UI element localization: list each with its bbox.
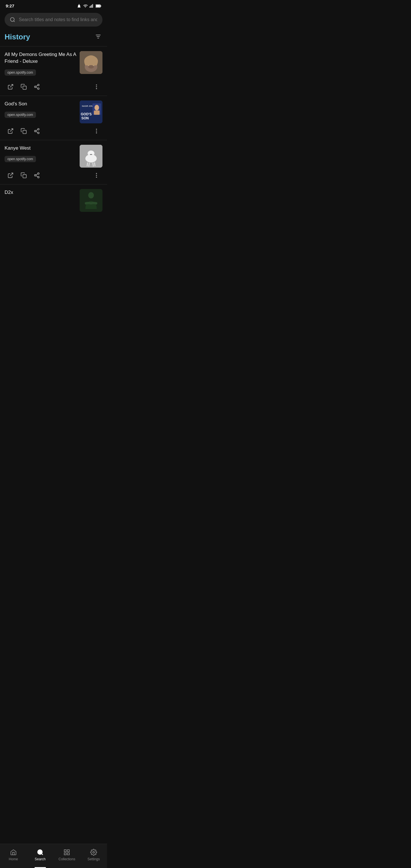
history-header: History xyxy=(0,32,107,46)
svg-rect-7 xyxy=(96,5,100,7)
svg-point-60 xyxy=(96,177,97,178)
svg-line-35 xyxy=(36,131,38,132)
item-title: All My Demons Greeting Me As A Friend - … xyxy=(5,51,76,65)
status-time: 9:27 xyxy=(6,3,14,8)
svg-line-45 xyxy=(93,163,93,166)
wifi-icon xyxy=(83,4,88,8)
list-item: God's Son open.spotify.com NASIR JONES G… xyxy=(0,96,107,140)
open-icon xyxy=(7,172,14,179)
nav-label-home: Home xyxy=(9,857,18,861)
search-icon xyxy=(10,17,15,23)
status-icons xyxy=(77,4,101,8)
svg-line-18 xyxy=(36,87,38,88)
history-title: History xyxy=(5,33,30,41)
svg-point-64 xyxy=(93,851,94,853)
svg-point-33 xyxy=(35,130,36,132)
svg-text:SON: SON xyxy=(81,116,89,120)
share-icon xyxy=(34,128,40,134)
more-icon xyxy=(93,84,100,90)
more-button[interactable] xyxy=(91,170,102,181)
notification-icon xyxy=(77,4,81,8)
sort-icon xyxy=(95,33,101,40)
nav-item-search[interactable]: Search xyxy=(27,847,54,862)
item-content: God's Son open.spotify.com NASIR JONES G… xyxy=(5,100,102,123)
more-button[interactable] xyxy=(91,126,102,136)
list-item: All My Demons Greeting Me As A Friend - … xyxy=(0,46,107,96)
home-icon xyxy=(10,848,17,856)
search-bar[interactable] xyxy=(5,13,102,27)
open-icon xyxy=(7,128,14,134)
item-content: Kanye West open.spotify.com xyxy=(5,145,102,167)
svg-point-50 xyxy=(91,154,92,155)
open-button[interactable] xyxy=(5,170,17,181)
copy-button[interactable] xyxy=(18,126,30,136)
item-title: God's Son xyxy=(5,100,76,107)
svg-point-22 xyxy=(96,88,97,89)
svg-point-20 xyxy=(96,84,97,85)
svg-line-51 xyxy=(10,173,13,176)
item-actions xyxy=(5,123,102,140)
item-thumbnail xyxy=(80,51,102,74)
svg-line-44 xyxy=(89,163,89,166)
copy-icon xyxy=(21,128,27,134)
item-actions xyxy=(5,79,102,96)
svg-point-54 xyxy=(35,175,36,176)
thumbnail-art xyxy=(80,145,102,167)
status-bar: 9:27 xyxy=(0,0,107,10)
nav-label-settings: Settings xyxy=(87,857,100,861)
open-button[interactable] xyxy=(5,82,17,92)
item-content: All My Demons Greeting Me As A Friend - … xyxy=(5,51,102,79)
thumbnail-art xyxy=(80,189,102,212)
share-button[interactable] xyxy=(31,82,43,92)
svg-point-47 xyxy=(89,152,91,154)
nav-item-collections[interactable]: Collections xyxy=(54,847,81,862)
svg-point-21 xyxy=(96,86,97,87)
search-input[interactable] xyxy=(19,17,97,22)
item-thumbnail xyxy=(80,189,102,212)
thumbnail-art xyxy=(80,51,102,74)
svg-point-59 xyxy=(96,175,97,176)
nav-item-home[interactable]: Home xyxy=(0,847,27,862)
nav-item-settings[interactable]: Settings xyxy=(80,847,107,862)
share-button[interactable] xyxy=(31,126,43,136)
item-domain: open.spotify.com xyxy=(5,69,36,76)
svg-point-42 xyxy=(88,151,94,156)
svg-line-57 xyxy=(36,174,38,175)
svg-point-63 xyxy=(38,850,42,854)
bottom-nav: Home Search Collections Settings xyxy=(0,844,107,868)
copy-icon xyxy=(21,172,27,179)
svg-point-39 xyxy=(96,132,97,133)
item-title: Kanye West xyxy=(5,145,76,152)
svg-point-15 xyxy=(38,84,39,86)
open-icon xyxy=(7,84,14,90)
item-domain: open.spotify.com xyxy=(5,156,36,162)
svg-line-13 xyxy=(10,84,13,87)
svg-point-38 xyxy=(96,130,97,132)
copy-button[interactable] xyxy=(18,82,30,92)
more-icon xyxy=(93,128,100,134)
svg-point-8 xyxy=(10,18,14,22)
svg-point-16 xyxy=(35,86,36,88)
copy-icon xyxy=(21,84,27,90)
open-button[interactable] xyxy=(5,126,17,136)
copy-button[interactable] xyxy=(18,170,30,181)
svg-rect-52 xyxy=(23,175,26,178)
svg-rect-31 xyxy=(23,130,26,134)
collections-icon xyxy=(63,848,70,856)
sort-button[interactable] xyxy=(94,32,102,42)
svg-rect-14 xyxy=(23,86,26,89)
svg-rect-3 xyxy=(91,5,92,8)
svg-rect-2 xyxy=(91,5,91,7)
svg-point-53 xyxy=(38,173,39,174)
svg-line-19 xyxy=(36,85,38,87)
item-domain: open.spotify.com xyxy=(5,112,36,118)
svg-rect-4 xyxy=(92,4,93,8)
svg-point-48 xyxy=(91,152,93,154)
svg-rect-1 xyxy=(90,6,90,8)
svg-line-30 xyxy=(10,128,13,131)
share-button[interactable] xyxy=(31,170,43,181)
thumbnail-art: NASIR JONES GOD'S SON xyxy=(80,100,102,123)
item-thumbnail: NASIR JONES GOD'S SON xyxy=(80,100,102,123)
more-button[interactable] xyxy=(91,82,102,92)
svg-point-55 xyxy=(38,176,39,178)
